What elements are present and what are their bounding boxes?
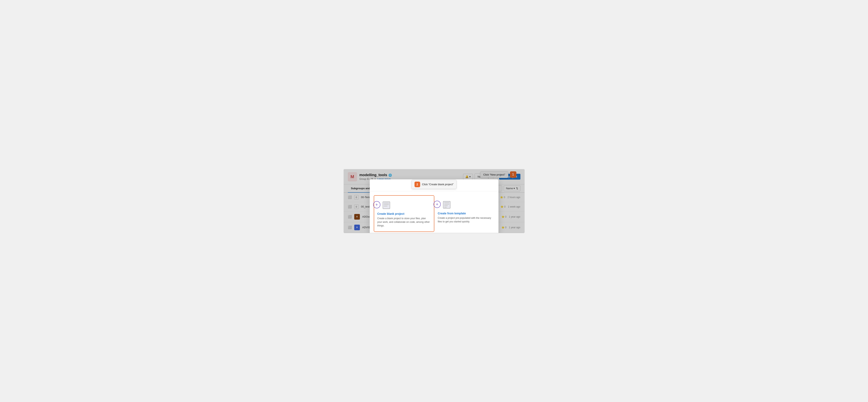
- blank-project-icon: +: [377, 200, 388, 210]
- blank-project-desc: Create a blank project to store your fil…: [377, 217, 431, 227]
- modal-options: + Create blank project Create a blank pr…: [370, 191, 498, 233]
- from-template-desc: Create a project pre-populated with the …: [438, 216, 491, 223]
- annotation-badge-2: 2: [414, 182, 420, 187]
- main-window: Click “New project” 1 M modelling_tools …: [344, 169, 525, 233]
- create-from-template-option[interactable]: + Create from template Create a project …: [434, 195, 494, 232]
- folder-svg: [381, 200, 392, 210]
- svg-rect-7: [444, 205, 448, 206]
- blank-project-title: Create blank project: [377, 212, 405, 215]
- template-folder-svg: [442, 199, 452, 209]
- create-blank-project-option[interactable]: + Create blank project Create a blank pr…: [374, 195, 434, 232]
- svg-rect-6: [444, 204, 449, 205]
- from-template-title: Create from template: [438, 212, 466, 215]
- svg-rect-5: [444, 202, 449, 203]
- template-icon: +: [438, 199, 448, 209]
- create-project-modal: Create new project +: [370, 179, 498, 233]
- svg-rect-8: [444, 207, 447, 208]
- plus-circle-icon: +: [373, 201, 380, 208]
- svg-rect-1: [384, 203, 389, 204]
- svg-rect-3: [384, 206, 388, 207]
- annotation-step2: 2 Click “Create blank project”: [411, 180, 457, 189]
- svg-rect-2: [384, 204, 389, 205]
- plus-circle-template-icon: +: [434, 201, 441, 208]
- modal-overlay: Create new project +: [344, 169, 524, 233]
